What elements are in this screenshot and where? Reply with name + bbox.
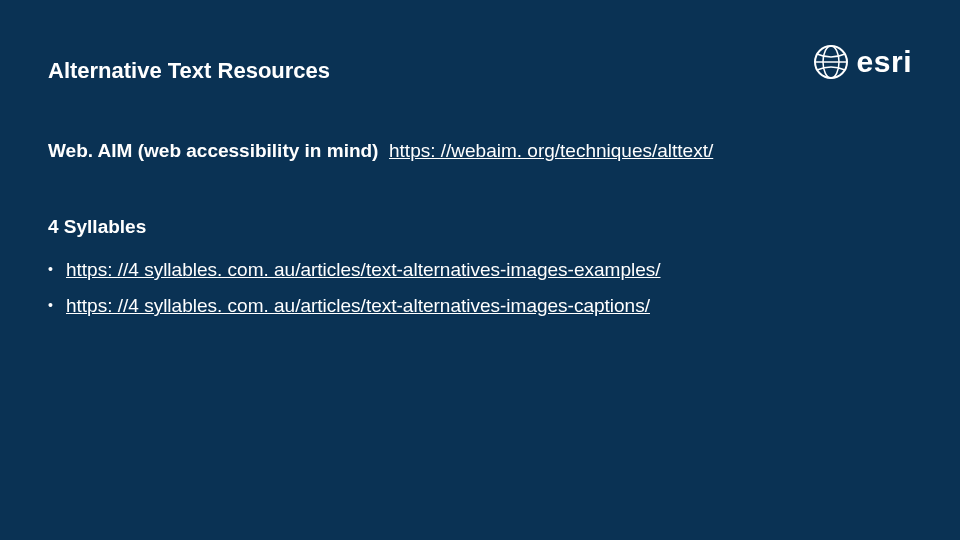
link-list: https: //4 syllables. com. au/articles/t… <box>48 252 912 324</box>
section-heading: 4 Syllables <box>48 216 912 238</box>
slide: esri Alternative Text Resources Web. AIM… <box>0 0 960 540</box>
brand-logo: esri <box>813 44 912 80</box>
resource-link-1[interactable]: https: //4 syllables. com. au/articles/t… <box>66 259 661 280</box>
webaim-link[interactable]: https: //webaim. org/techniques/alttext/ <box>389 140 713 161</box>
resource-link-2[interactable]: https: //4 syllables. com. au/articles/t… <box>66 295 650 316</box>
list-item: https: //4 syllables. com. au/articles/t… <box>48 288 912 324</box>
webaim-line: Web. AIM (web accessibility in mind) htt… <box>48 140 912 162</box>
brand-text: esri <box>857 47 912 77</box>
list-item: https: //4 syllables. com. au/articles/t… <box>48 252 912 288</box>
slide-title: Alternative Text Resources <box>48 58 912 84</box>
globe-icon <box>813 44 849 80</box>
webaim-label: Web. AIM (web accessibility in mind) <box>48 140 378 161</box>
